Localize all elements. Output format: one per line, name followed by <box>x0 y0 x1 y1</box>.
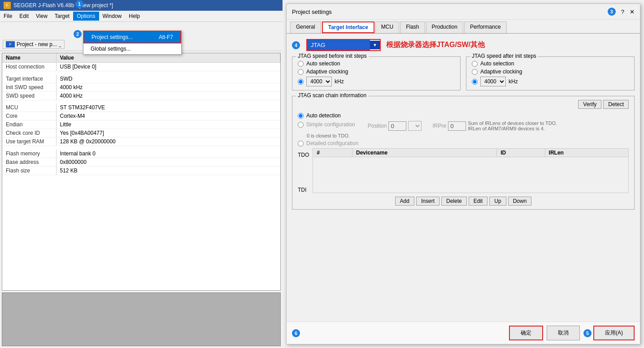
minimize-icon[interactable]: _ <box>59 42 61 47</box>
menu-global-settings[interactable]: Global settings... <box>83 43 181 54</box>
add-btn[interactable]: Add <box>395 197 414 206</box>
menu-bar: File Edit View Target Options Window Hel… <box>0 11 283 22</box>
radio-auto-before: Auto selection <box>298 60 455 67</box>
menu-target[interactable]: Target <box>51 12 73 21</box>
radio-detailed-config-input[interactable] <box>298 141 304 146</box>
dropdown-menu: 2 General Project settings... Alt-F7 Glo… <box>83 30 182 55</box>
interface-row: 4 JTAG SWD FINE ▼ 根据烧录器选择JTAG/SW/其他 <box>292 39 635 51</box>
edit-btn[interactable]: Edit <box>469 197 488 206</box>
menu-options[interactable]: Options <box>73 12 99 21</box>
menu-window[interactable]: Window <box>99 12 126 21</box>
delete-btn[interactable]: Delete <box>441 197 467 206</box>
prop-name: Host connection <box>2 63 56 71</box>
scan-chain-table-area: # Devicename ID IRLen <box>313 148 629 193</box>
simple-config-hint: 0 is closest to TDO. <box>307 133 350 138</box>
speed-before-select[interactable]: 4000 2000 1000 <box>306 77 332 86</box>
table-row: Flash memoryInternal bank 0 <box>2 150 280 158</box>
detect-btn[interactable]: Detect <box>603 100 629 109</box>
properties-table-container: Name Value Host connectionUSB [Device 0]… <box>2 53 281 291</box>
table-row <box>2 71 280 75</box>
scan-chain-buttons: Add Insert Delete Edit Up Down <box>298 197 629 206</box>
scan-chain-group: JTAG scan chain information Verify Detec… <box>292 96 635 210</box>
speed-after-select[interactable]: 4000 2000 1000 <box>480 77 506 86</box>
menu-project-settings[interactable]: General Project settings... Alt-F7 <box>83 31 181 43</box>
table-row: Host connectionUSB [Device 0] <box>2 63 280 71</box>
radio-simple-config-input[interactable] <box>298 122 304 128</box>
prop-value: ST STM32F407VE <box>56 103 280 112</box>
empty-cell <box>313 157 629 193</box>
radio-auto-detect-input[interactable] <box>298 113 304 119</box>
tdo-label: TDO <box>298 152 309 158</box>
verify-btn[interactable]: Verify <box>578 100 601 109</box>
position-select[interactable]: ▼ <box>408 121 422 131</box>
apply-btn[interactable]: 应用(A) <box>593 326 635 340</box>
dialog-title-bar: Project settings 3 ? ✕ <box>287 4 640 20</box>
irpre-input[interactable] <box>448 121 466 131</box>
speed-before-unit: kHz <box>335 78 344 85</box>
prop-value: 512 KB <box>56 166 280 175</box>
speed-input-after-row: 4000 2000 1000 kHz <box>472 77 629 86</box>
scan-chain-header: Verify Detect <box>298 100 629 109</box>
radio-adaptive-after-input[interactable] <box>472 69 478 75</box>
annotation-2: 2 <box>74 30 82 38</box>
tab-target-interface[interactable]: Target Interface <box>322 21 374 33</box>
detailed-config-area: TDO TDI # Devicename ID IRLen <box>298 148 629 193</box>
simple-config-row: Simple configuration Position ▼ IRPre Su… <box>298 120 629 131</box>
config-table: # Devicename ID IRLen <box>313 148 629 193</box>
left-panel: F SEGGER J-Flash V6.48b - [new project *… <box>0 0 283 348</box>
radio-auto-before-label: Auto selection <box>306 60 340 67</box>
table-row: CoreCortex-M4 <box>2 112 280 120</box>
tab-production[interactable]: Production <box>426 21 463 33</box>
prop-value: USB [Device 0] <box>56 63 280 71</box>
menu-help[interactable]: Help <box>125 12 144 21</box>
global-settings-label: Global settings... <box>91 46 131 52</box>
menu-view[interactable]: View <box>32 12 51 21</box>
interface-select-wrapper: JTAG SWD FINE ▼ <box>306 39 381 51</box>
interface-select[interactable]: JTAG SWD FINE <box>307 40 370 50</box>
app-title: SEGGER J-Flash V6.48b - [new project *] <box>13 2 113 9</box>
properties-table: Name Value Host connectionUSB [Device 0]… <box>2 53 280 175</box>
table-row <box>2 146 280 150</box>
radio-adaptive-before-input[interactable] <box>298 69 304 75</box>
tab-performance[interactable]: Performance <box>464 21 507 33</box>
prop-name: Use target RAM <box>2 137 56 146</box>
menu-edit[interactable]: Edit <box>16 12 32 21</box>
table-row: MCUST STM32F407VE <box>2 103 280 112</box>
col-irlen: IRLen <box>545 149 628 157</box>
prop-name: Check core ID <box>2 129 56 137</box>
prop-value: Yes [0x4BA00477] <box>56 129 280 137</box>
radio-auto-after-input[interactable] <box>472 61 478 67</box>
radio-auto-detect-label: Auto detection <box>306 112 341 119</box>
speed-input-before-row: 4000 2000 1000 kHz <box>298 77 455 86</box>
tab-general[interactable]: General <box>290 21 321 33</box>
down-btn[interactable]: Down <box>508 197 532 206</box>
dialog-help-btn[interactable]: ? <box>621 9 624 15</box>
tabs-container: General Target Interface MCU Flash Produ… <box>287 20 640 34</box>
tdo-tdi-labels: TDO TDI <box>298 148 309 193</box>
prop-value: Internal bank 0 <box>56 150 280 158</box>
prop-name: Target interface <box>2 75 56 83</box>
radio-adaptive-after-label: Adaptive clocking <box>480 69 522 75</box>
position-input[interactable] <box>388 121 406 131</box>
tab-mcu[interactable]: MCU <box>375 21 399 33</box>
tab-flash[interactable]: Flash <box>400 21 425 33</box>
radio-detailed-config: Detailed configuration <box>298 140 629 146</box>
dialog-close-btn[interactable]: ✕ <box>630 9 635 15</box>
up-btn[interactable]: Up <box>489 197 506 206</box>
cancel-btn[interactable]: 取消 <box>547 326 580 340</box>
prop-name: Flash memory <box>2 150 56 158</box>
select-arrow-icon[interactable]: ▼ <box>370 41 380 49</box>
dialog-content: 4 JTAG SWD FINE ▼ 根据烧录器选择JTAG/SW/其他 JTAG… <box>287 34 640 322</box>
confirm-btn[interactable]: 确定 <box>509 326 543 340</box>
position-label: Position <box>368 123 387 129</box>
radio-auto-before-input[interactable] <box>298 61 304 67</box>
table-row: EndianLittle <box>2 120 280 129</box>
insert-btn[interactable]: Insert <box>416 197 439 206</box>
radio-fixed-after-input[interactable] <box>472 79 478 85</box>
table-row: Init SWD speed4000 kHz <box>2 83 280 91</box>
radio-auto-detect: Auto detection <box>298 112 629 119</box>
table-row: Target interfaceSWD <box>2 75 280 83</box>
radio-adaptive-before: Adaptive clocking <box>298 69 455 75</box>
radio-fixed-before-input[interactable] <box>298 79 304 85</box>
menu-file[interactable]: File <box>0 12 16 21</box>
